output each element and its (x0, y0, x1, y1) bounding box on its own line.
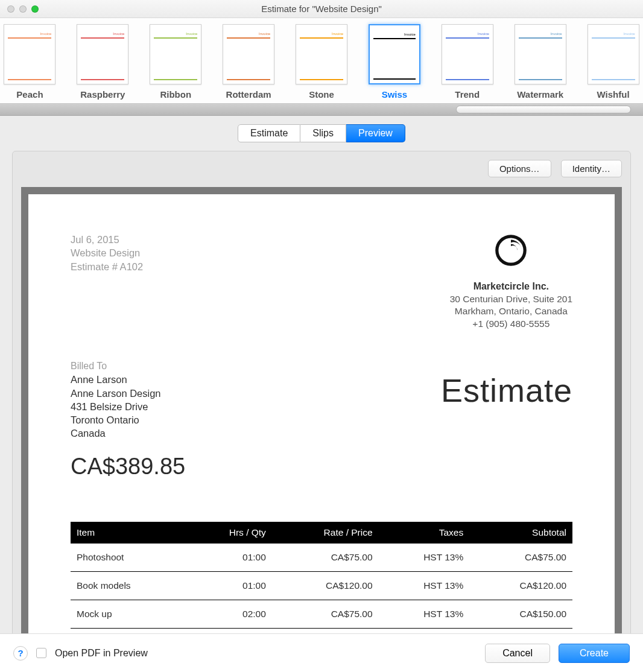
cell-item: Photoshoot (71, 544, 186, 572)
page-container: Jul 6, 2015 Website Design Estimate # A1… (21, 187, 622, 645)
bill-city: Toronto Ontario (71, 413, 185, 426)
template-scrollbar-track[interactable] (0, 104, 643, 116)
template-thumb: Invoice (4, 24, 55, 84)
bill-name: Anne Larson (71, 373, 185, 386)
preview-panel: Options… Identity… Jul 6, 2015 Website D… (12, 151, 631, 651)
line-items-table: Item Hrs / Qty Rate / Price Taxes Subtot… (71, 522, 572, 629)
cell-rate: CA$75.00 (272, 600, 379, 628)
traffic-lights (7, 5, 39, 13)
template-ribbon[interactable]: InvoiceRibbon (150, 24, 202, 100)
bill-country: Canada (71, 426, 185, 440)
cell-taxes: HST 13% (379, 600, 470, 628)
create-button[interactable]: Create (559, 644, 630, 663)
template-rotterdam[interactable]: InvoiceRotterdam (223, 24, 275, 100)
close-button[interactable] (7, 5, 14, 13)
cell-taxes: HST 13% (379, 544, 470, 572)
tab-preview[interactable]: Preview (346, 124, 405, 142)
template-stone[interactable]: InvoiceStone (296, 24, 348, 100)
dialog-footer: ? Open PDF in Preview Cancel Create (0, 633, 643, 672)
template-thumb: Invoice (223, 24, 274, 84)
cell-qty: 01:00 (186, 571, 272, 600)
bill-company: Anne Larson Design (71, 387, 185, 400)
template-scrollbar-thumb[interactable] (456, 106, 631, 113)
cell-item: Book models (71, 571, 186, 600)
cancel-button[interactable]: Cancel (485, 644, 550, 663)
template-peach[interactable]: InvoicePeach (4, 24, 56, 100)
template-label: Trend (455, 89, 480, 100)
zoom-button[interactable] (31, 5, 39, 13)
options-button[interactable]: Options… (488, 160, 551, 177)
template-thumb: Invoice (588, 24, 639, 84)
cell-rate: CA$120.00 (272, 571, 379, 600)
template-thumb: Invoice (442, 24, 493, 84)
col-subtotal: Subtotal (469, 522, 572, 544)
template-thumb: Invoice (515, 24, 566, 84)
document-title: Estimate (441, 372, 572, 409)
open-pdf-checkbox[interactable] (36, 648, 46, 658)
titlebar: Estimate for "Website Design" (0, 0, 643, 18)
cell-subtotal: CA$75.00 (469, 544, 572, 572)
tab-slips[interactable]: Slips (300, 124, 346, 142)
company-phone: +1 (905) 480-5555 (450, 318, 572, 331)
template-wishful[interactable]: InvoiceWishful (587, 24, 639, 100)
billed-to-label: Billed To (71, 361, 185, 372)
company-address-1: 30 Centurian Drive, Suite 201 (450, 293, 572, 306)
template-strip: InvoicePeachInvoiceRaspberryInvoiceRibbo… (0, 18, 643, 104)
template-label: Raspberry (80, 89, 125, 100)
estimate-total: CA$389.85 (71, 454, 185, 480)
bill-street: 431 Belsize Drive (71, 400, 185, 413)
help-button[interactable]: ? (13, 646, 28, 661)
template-thumb: Invoice (296, 24, 347, 84)
template-label: Swiss (382, 89, 408, 100)
cell-taxes: HST 13% (379, 571, 470, 600)
template-label: Wishful (597, 89, 630, 100)
template-trend[interactable]: InvoiceTrend (441, 24, 493, 100)
template-label: Rotterdam (226, 89, 271, 100)
template-watermark[interactable]: InvoiceWatermark (514, 24, 566, 100)
table-row: Mock up02:00CA$75.00HST 13%CA$150.00 (71, 600, 572, 628)
template-raspberry[interactable]: InvoiceRaspberry (77, 24, 129, 100)
estimate-page: Jul 6, 2015 Website Design Estimate # A1… (28, 194, 615, 645)
template-thumb: Invoice (150, 24, 201, 84)
col-qty: Hrs / Qty (186, 522, 272, 544)
minimize-button[interactable] (19, 5, 27, 13)
window-title: Estimate for "Website Design" (0, 4, 643, 14)
col-taxes: Taxes (379, 522, 470, 544)
tab-estimate[interactable]: Estimate (238, 124, 300, 142)
template-label: Stone (309, 89, 334, 100)
company-address-2: Markham, Ontario, Canada (450, 305, 572, 318)
template-label: Peach (16, 89, 43, 100)
estimate-project: Website Design (71, 246, 143, 259)
cell-subtotal: CA$150.00 (469, 600, 572, 628)
cell-subtotal: CA$120.00 (469, 571, 572, 600)
identity-button[interactable]: Identity… (561, 160, 622, 177)
table-row: Photoshoot01:00CA$75.00HST 13%CA$75.00 (71, 544, 572, 572)
segmented-control: Estimate Slips Preview (0, 124, 643, 142)
col-item: Item (71, 522, 186, 544)
table-row: Book models01:00CA$120.00HST 13%CA$120.0… (71, 571, 572, 600)
template-swiss[interactable]: InvoiceSwiss (368, 24, 420, 100)
estimate-number: Estimate # A102 (71, 260, 143, 273)
open-pdf-label: Open PDF in Preview (55, 648, 477, 659)
template-label: Ribbon (160, 89, 191, 100)
cell-item: Mock up (71, 600, 186, 628)
template-label: Watermark (517, 89, 563, 100)
cell-rate: CA$75.00 (272, 544, 379, 572)
cell-qty: 01:00 (186, 544, 272, 572)
col-rate: Rate / Price (272, 522, 379, 544)
company-block: Marketcircle Inc. 30 Centurian Drive, Su… (450, 233, 572, 331)
billed-to-block: Anne Larson Anne Larson Design 431 Belsi… (71, 373, 185, 440)
estimate-meta: Jul 6, 2015 Website Design Estimate # A1… (71, 233, 143, 331)
template-thumb: Invoice (369, 24, 420, 84)
company-logo-icon (450, 233, 572, 280)
template-thumb: Invoice (77, 24, 128, 84)
estimate-date: Jul 6, 2015 (71, 233, 143, 246)
cell-qty: 02:00 (186, 600, 272, 628)
company-name: Marketcircle Inc. (450, 280, 572, 293)
